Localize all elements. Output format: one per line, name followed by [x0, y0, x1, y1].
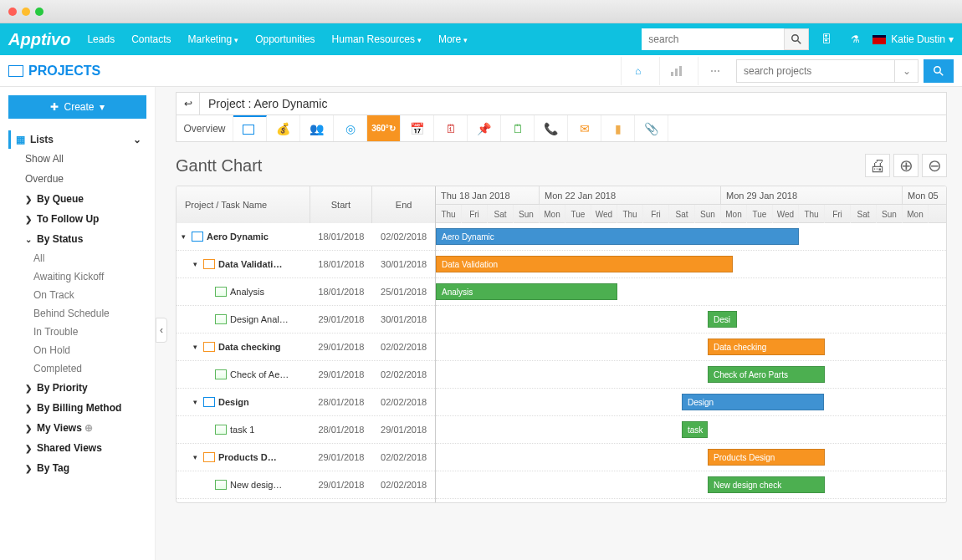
- gantt-bar[interactable]: Products Design: [708, 449, 825, 466]
- back-button[interactable]: ↩: [177, 93, 200, 115]
- day-header: Mon: [540, 205, 565, 223]
- sidebar-lists-header[interactable]: ▦ Lists⌄: [8, 130, 146, 149]
- sidebar-by-queue[interactable]: ❯By Queue: [8, 189, 146, 209]
- sidebar-by-billing[interactable]: ❯By Billing Method: [8, 398, 146, 418]
- notifications-icon[interactable]: ⚗: [844, 28, 866, 50]
- gantt-bar[interactable]: Check of Aero Parts: [708, 366, 825, 383]
- tab-pin-icon[interactable]: 📌: [468, 115, 501, 141]
- tab-doc-icon[interactable]: ▮: [601, 115, 635, 141]
- gantt-bar[interactable]: Design: [682, 394, 824, 410]
- sidebar-show-all[interactable]: Show All: [8, 149, 146, 169]
- project-search-button[interactable]: [924, 59, 954, 83]
- day-header: Thu: [617, 205, 643, 223]
- day-header: Sun: [877, 205, 903, 223]
- day-header: Wed: [591, 205, 617, 223]
- expand-toggle[interactable]: ▾: [182, 232, 190, 241]
- store-icon[interactable]: 🗄: [816, 28, 837, 50]
- status-behind[interactable]: Behind Schedule: [8, 304, 146, 323]
- status-awaiting[interactable]: Awaiting Kickoff: [8, 267, 146, 286]
- gantt-bar[interactable]: task: [682, 421, 708, 438]
- tab-target-icon[interactable]: ◎: [334, 115, 367, 141]
- gantt-bar[interactable]: New design check: [708, 476, 825, 493]
- zoom-out-button[interactable]: ⊖: [922, 154, 947, 177]
- create-button[interactable]: ✚ Create ▾: [8, 95, 146, 119]
- task-row[interactable]: task 128/01/201829/01/2018: [177, 416, 435, 444]
- nav-human-resources[interactable]: Human Resources▾: [324, 33, 430, 45]
- sidebar-to-follow-up[interactable]: ❯To Follow Up: [8, 209, 146, 229]
- nav-contacts[interactable]: Contacts: [123, 33, 179, 45]
- tab-phone-icon[interactable]: 📞: [535, 115, 568, 141]
- window-min-dot[interactable]: [22, 8, 30, 16]
- expand-toggle[interactable]: ▾: [193, 453, 202, 461]
- folder-icon: [203, 397, 215, 407]
- sidebar-my-views[interactable]: ❯My Views ⊕: [8, 418, 146, 438]
- gantt-row: Aero Dynamic: [436, 223, 946, 251]
- status-all[interactable]: All: [8, 249, 146, 267]
- status-onhold[interactable]: On Hold: [8, 341, 146, 359]
- task-name: Check of Ae…: [230, 369, 289, 379]
- project-search-input[interactable]: [736, 59, 895, 83]
- tab-attach-icon[interactable]: 📎: [635, 115, 668, 141]
- tab-schedule-icon[interactable]: 🗓: [434, 115, 468, 141]
- task-end: 29/01/2018: [372, 425, 435, 435]
- sidebar-by-priority[interactable]: ❯By Priority: [8, 378, 146, 398]
- tab-budget-icon[interactable]: 💰: [267, 115, 300, 141]
- task-row[interactable]: Check of Ae…29/01/201802/02/2018: [177, 361, 435, 389]
- task-end: 02/02/2018: [372, 369, 435, 379]
- task-row[interactable]: Design Anal…29/01/201830/01/2018: [177, 306, 435, 333]
- status-completed[interactable]: Completed: [8, 359, 146, 378]
- expand-toggle[interactable]: ▾: [193, 343, 202, 351]
- gantt-row: Design: [436, 389, 946, 416]
- zoom-in-button[interactable]: ⊕: [893, 154, 919, 177]
- gantt-bar[interactable]: Aero Dynamic: [436, 228, 799, 245]
- status-ontrack[interactable]: On Track: [8, 286, 146, 304]
- day-header: Sun: [695, 205, 721, 223]
- sidebar-overdue[interactable]: Overdue: [8, 169, 146, 189]
- status-trouble[interactable]: In Trouble: [8, 323, 146, 341]
- sidebar-by-status[interactable]: ⌄By Status: [8, 229, 146, 249]
- tab-360[interactable]: 360° ↻: [367, 115, 401, 141]
- global-search-input[interactable]: [642, 28, 784, 50]
- chart-icon[interactable]: [659, 57, 693, 85]
- task-name: Analysis: [230, 287, 264, 297]
- tab-gantt-icon[interactable]: [233, 115, 267, 141]
- sidebar-by-tag[interactable]: ❯By Tag: [8, 458, 146, 478]
- expand-toggle[interactable]: ▾: [193, 260, 202, 268]
- more-icon[interactable]: ⋯: [698, 57, 731, 85]
- gantt-bar[interactable]: Data checking: [708, 339, 825, 355]
- tab-calendar-icon[interactable]: 📅: [401, 115, 434, 141]
- task-row[interactable]: ▾Data Validati…18/01/201830/01/2018: [177, 251, 435, 278]
- sidebar-shared-views[interactable]: ❯Shared Views: [8, 438, 146, 458]
- window-max-dot[interactable]: [35, 8, 43, 16]
- add-icon: ⊕: [84, 422, 93, 434]
- svg-point-0: [792, 35, 799, 42]
- gantt-bar[interactable]: Data Validation: [436, 256, 733, 272]
- nav-marketing[interactable]: Marketing▾: [180, 33, 248, 45]
- expand-toggle[interactable]: ▾: [193, 398, 202, 406]
- task-row[interactable]: New desig…29/01/201802/02/2018: [177, 471, 435, 499]
- task-icon: [215, 480, 227, 490]
- nav-more[interactable]: More▾: [430, 33, 476, 45]
- global-search-button[interactable]: [784, 28, 809, 50]
- home-icon[interactable]: ⌂: [621, 57, 654, 85]
- day-header: Sat: [851, 205, 877, 223]
- tab-overview[interactable]: Overview: [177, 115, 233, 141]
- nav-leads[interactable]: Leads: [79, 33, 123, 45]
- print-button[interactable]: 🖨: [865, 154, 890, 177]
- gantt-bar[interactable]: Analysis: [436, 283, 617, 300]
- task-row[interactable]: Analysis18/01/201825/01/2018: [177, 278, 435, 306]
- nav-opportunities[interactable]: Opportunities: [247, 33, 323, 45]
- tab-note-icon[interactable]: 🗒: [501, 115, 535, 141]
- tab-team-icon[interactable]: 👥: [300, 115, 334, 141]
- col-end: End: [372, 186, 435, 223]
- gantt-bar[interactable]: Desi: [708, 311, 737, 328]
- user-menu[interactable]: Katie Dustin ▾: [872, 33, 954, 45]
- task-row[interactable]: ▾Design28/01/201802/02/2018: [177, 389, 435, 416]
- tab-mail-icon[interactable]: ✉: [568, 115, 601, 141]
- section-title: Gantt Chart: [176, 156, 262, 176]
- task-row[interactable]: ▾Aero Dynamic18/01/201802/02/2018: [177, 223, 435, 251]
- task-row[interactable]: ▾Products D…29/01/201802/02/2018: [177, 444, 435, 471]
- search-dropdown[interactable]: ⌄: [895, 59, 919, 83]
- task-row[interactable]: ▾Data checking29/01/201802/02/2018: [177, 333, 435, 361]
- window-close-dot[interactable]: [8, 8, 17, 16]
